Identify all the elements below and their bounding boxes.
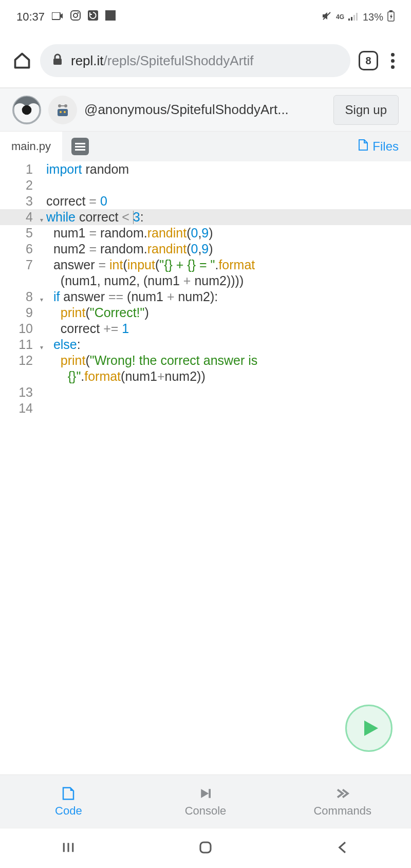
svg-rect-7: [348, 19, 350, 21]
home-icon[interactable]: [12, 51, 32, 70]
instagram-icon: [70, 10, 81, 24]
svg-point-3: [78, 12, 79, 14]
nav-home-icon[interactable]: [198, 840, 213, 857]
code-line[interactable]: 7 answer = int(input("{} + {} = ".format: [0, 257, 411, 273]
svg-point-2: [73, 13, 78, 17]
network-type: 4G: [336, 13, 344, 21]
line-number: 12: [0, 353, 46, 368]
code-line[interactable]: 4while correct < 3:: [0, 209, 411, 225]
code-line[interactable]: 3correct = 0: [0, 193, 411, 209]
url-text: repl.it/repls/SpitefulShoddyArtif: [71, 53, 254, 69]
code-line[interactable]: 6 num2 = random.randint(0,9): [0, 241, 411, 257]
file-icon: [358, 139, 368, 154]
line-number: 14: [0, 400, 46, 416]
svg-rect-26: [200, 842, 211, 853]
svg-rect-12: [389, 10, 393, 12]
code-content[interactable]: correct = 0: [46, 193, 107, 209]
code-content[interactable]: else:: [46, 337, 81, 353]
code-line[interactable]: 11 else:: [0, 337, 411, 353]
code-line[interactable]: 9 print("Correct!"): [0, 305, 411, 321]
repl-title[interactable]: @anonymous/SpitefulShoddyArt...: [84, 102, 326, 118]
code-line[interactable]: (num1, num2, (num1 + num2)))): [0, 273, 411, 289]
format-button[interactable]: [71, 138, 89, 155]
svg-rect-1: [71, 11, 80, 20]
code-content[interactable]: import random: [46, 161, 129, 177]
code-line[interactable]: 8 if answer == (num1 + num2):: [0, 289, 411, 305]
replit-logo[interactable]: [12, 96, 41, 124]
code-content[interactable]: num2 = random.randint(0,9): [46, 241, 213, 257]
mute-icon: [322, 11, 332, 24]
line-number: 6: [0, 241, 46, 257]
code-line[interactable]: 13: [0, 384, 411, 400]
code-content[interactable]: while correct < 3:: [46, 209, 144, 225]
file-bar: main.py Files: [0, 132, 411, 161]
status-time: 10:37: [16, 10, 45, 24]
files-link[interactable]: Files: [358, 139, 399, 154]
code-content[interactable]: if answer == (num1 + num2):: [46, 289, 218, 305]
file-tab-main[interactable]: main.py: [0, 132, 62, 161]
tab-commands[interactable]: Commands: [274, 775, 411, 828]
code-content[interactable]: answer = int(input("{} + {} = ".format: [46, 257, 255, 273]
status-right: 4G 13%: [322, 10, 395, 24]
replit-header: @anonymous/SpitefulShoddyArt... Sign up: [0, 88, 411, 132]
svg-rect-0: [52, 12, 60, 20]
app-icon: [105, 10, 116, 24]
svg-rect-10: [356, 13, 358, 21]
line-number: [0, 273, 46, 289]
code-line[interactable]: 5 num1 = random.randint(0,9): [0, 225, 411, 241]
line-number: 4: [0, 209, 46, 225]
code-line[interactable]: 10 correct += 1: [0, 321, 411, 337]
svg-rect-5: [105, 10, 116, 21]
status-left: 10:37: [16, 10, 116, 24]
signal-icon: [348, 11, 359, 23]
code-line[interactable]: 1import random: [0, 161, 411, 177]
svg-rect-8: [351, 17, 352, 21]
line-number: 8: [0, 289, 46, 305]
code-content[interactable]: num1 = random.randint(0,9): [46, 225, 213, 241]
browser-bar: repl.it/repls/SpitefulShoddyArtif 8: [0, 34, 411, 88]
line-number: 2: [0, 177, 46, 193]
line-number: 1: [0, 161, 46, 177]
code-line[interactable]: 14: [0, 400, 411, 416]
code-line[interactable]: 2: [0, 177, 411, 193]
line-number: 13: [0, 384, 46, 400]
line-number: 7: [0, 257, 46, 273]
anon-avatar[interactable]: [48, 96, 77, 124]
line-number: 9: [0, 305, 46, 321]
svg-rect-16: [58, 109, 68, 116]
code-line[interactable]: {}".format(num1+num2)): [0, 368, 411, 384]
code-content[interactable]: print("Wrong! the correct answer is: [46, 353, 261, 368]
code-editor[interactable]: 1import random23correct = 04while correc…: [0, 161, 411, 774]
line-number: 10: [0, 321, 46, 337]
code-content[interactable]: {}".format(num1+num2)): [46, 368, 206, 384]
battery-icon: [387, 10, 395, 24]
code-content[interactable]: correct += 1: [46, 321, 129, 337]
tab-code[interactable]: Code: [0, 775, 137, 828]
line-number: 3: [0, 193, 46, 209]
code-content[interactable]: print("Correct!"): [46, 305, 149, 321]
tab-console[interactable]: Console: [137, 775, 274, 828]
svg-point-15: [22, 105, 32, 115]
line-number: 11: [0, 337, 46, 353]
run-button[interactable]: [345, 705, 393, 752]
nav-recents-icon[interactable]: [61, 840, 76, 857]
svg-point-18: [64, 111, 66, 113]
svg-rect-9: [353, 15, 355, 21]
bottom-tabs: Code Console Commands: [0, 774, 411, 828]
more-menu-icon[interactable]: [386, 53, 399, 69]
nav-back-icon[interactable]: [335, 840, 350, 857]
url-bar[interactable]: repl.it/repls/SpitefulShoddyArtif: [40, 44, 350, 77]
video-icon: [52, 10, 63, 24]
line-number: [0, 368, 46, 384]
svg-rect-13: [53, 59, 62, 65]
nav-bar: [0, 828, 411, 868]
signup-button[interactable]: Sign up: [333, 95, 399, 125]
tab-count-button[interactable]: 8: [359, 51, 378, 70]
line-number: 5: [0, 225, 46, 241]
refresh-icon: [88, 10, 98, 24]
code-content[interactable]: (num1, num2, (num1 + num2)))): [46, 273, 244, 289]
svg-rect-22: [209, 789, 211, 798]
code-line[interactable]: 12 print("Wrong! the correct answer is: [0, 353, 411, 368]
lock-icon: [52, 53, 63, 68]
status-bar: 10:37 4G 13%: [0, 0, 411, 34]
